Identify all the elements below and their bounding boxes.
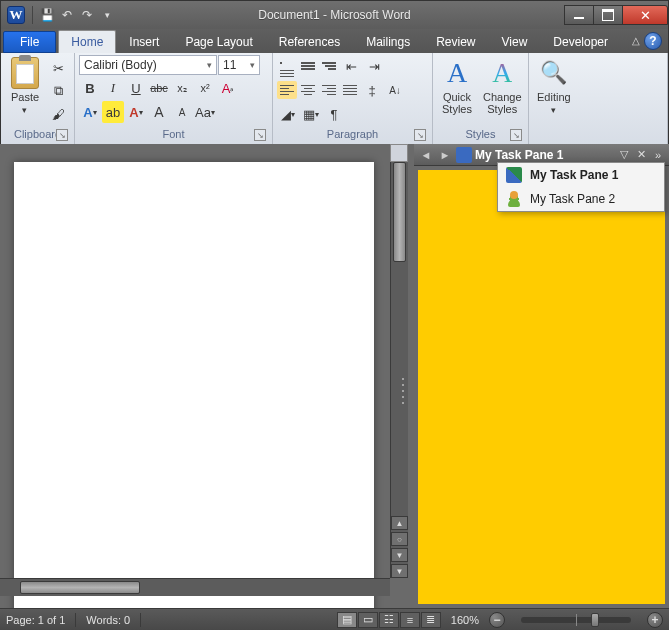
font-dialog-launcher[interactable]: ↘: [254, 129, 266, 141]
maximize-button[interactable]: [593, 5, 623, 25]
font-color-button[interactable]: A▾: [125, 101, 147, 123]
tp-close-icon[interactable]: ✕: [634, 148, 648, 162]
superscript-button[interactable]: x²: [194, 77, 216, 99]
zoom-slider[interactable]: [521, 617, 631, 623]
copy-icon[interactable]: ⧉: [47, 80, 69, 102]
browse-prev-icon[interactable]: ▲: [391, 516, 408, 530]
tp-forward-icon[interactable]: ►: [437, 147, 453, 163]
subscript-button[interactable]: x₂: [171, 77, 193, 99]
align-right-button[interactable]: [319, 81, 339, 99]
align-left-button[interactable]: [277, 81, 297, 99]
format-painter-icon[interactable]: 🖌: [47, 103, 69, 125]
cut-icon[interactable]: ✂: [47, 57, 69, 79]
close-button[interactable]: ✕: [622, 5, 668, 25]
vertical-scrollbar[interactable]: ▲ ○ ▼ ▼: [390, 162, 408, 578]
ribbon: Paste▾ ✂ ⧉ 🖌 Clipboard↘ Calibri (Body)▾ …: [1, 53, 668, 145]
qat-customize-icon[interactable]: ▾: [98, 6, 116, 24]
view-full-screen-icon[interactable]: ▭: [358, 612, 378, 628]
font-family-combo[interactable]: Calibri (Body)▾: [79, 55, 217, 75]
workspace: ▲ ○ ▼ ▼ ◄ ► My Task Pane 1 ▽ ✕ » My Task…: [0, 144, 669, 608]
tp-expand-icon[interactable]: »: [651, 148, 665, 162]
change-styles-button[interactable]: A Change Styles: [479, 55, 526, 117]
minimize-ribbon-icon[interactable]: △: [632, 35, 640, 46]
tp-menu-item-1[interactable]: My Task Pane 1: [498, 163, 664, 187]
editing-button[interactable]: 🔍 Editing▾: [533, 55, 575, 118]
show-hide-button[interactable]: ¶: [323, 103, 345, 125]
tab-insert[interactable]: Insert: [116, 30, 172, 53]
change-case-button[interactable]: Aa▾: [194, 101, 216, 123]
titlebar: W 💾 ↶ ↷ ▾ Document1 - Microsoft Word ✕: [1, 1, 668, 29]
tab-references[interactable]: References: [266, 30, 353, 53]
decrease-indent-button[interactable]: ⇤: [340, 55, 362, 77]
view-outline-icon[interactable]: ≡: [400, 612, 420, 628]
tab-review[interactable]: Review: [423, 30, 488, 53]
zoom-in-button[interactable]: +: [647, 612, 663, 628]
app-icon[interactable]: W: [7, 6, 25, 24]
help-icon[interactable]: ?: [644, 32, 662, 50]
horizontal-scrollbar[interactable]: [0, 578, 390, 596]
numbering-button[interactable]: [298, 57, 318, 75]
align-center-button[interactable]: [298, 81, 318, 99]
view-draft-icon[interactable]: ≣: [421, 612, 441, 628]
tab-mailings[interactable]: Mailings: [353, 30, 423, 53]
browse-object-icon[interactable]: ○: [391, 532, 408, 546]
save-icon[interactable]: 💾: [38, 6, 56, 24]
bold-button[interactable]: B: [79, 77, 101, 99]
group-paragraph: ⇤ ⇥ ‡ A↓ ◢▾ ▦▾ ¶ Paragraph↘: [273, 53, 433, 144]
font-size-combo[interactable]: 11▾: [218, 55, 260, 75]
tp-dropdown-icon[interactable]: ▽: [617, 148, 631, 162]
quick-styles-button[interactable]: A Quick Styles: [437, 55, 477, 117]
shrink-font-button[interactable]: A: [171, 101, 193, 123]
shading-button[interactable]: ◢▾: [277, 103, 299, 125]
clipboard-dialog-launcher[interactable]: ↘: [56, 129, 68, 141]
bullets-button[interactable]: [277, 57, 297, 75]
paste-button[interactable]: Paste▾: [5, 55, 45, 118]
zoom-slider-knob[interactable]: [591, 613, 599, 627]
italic-button[interactable]: I: [102, 77, 124, 99]
group-label-clipboard: Clipboard: [14, 128, 61, 140]
vscroll-down-icon[interactable]: ▼: [391, 564, 408, 578]
zoom-percent[interactable]: 160%: [451, 614, 479, 626]
undo-icon[interactable]: ↶: [58, 6, 76, 24]
tab-developer[interactable]: Developer: [540, 30, 621, 53]
strikethrough-button[interactable]: abc: [148, 77, 170, 99]
ruler-toggle[interactable]: [390, 144, 408, 162]
increase-indent-button[interactable]: ⇥: [363, 55, 385, 77]
browse-next-icon[interactable]: ▼: [391, 548, 408, 562]
tab-view[interactable]: View: [489, 30, 541, 53]
status-page[interactable]: Page: 1 of 1: [6, 614, 65, 626]
task-pane-switcher-menu: My Task Pane 1 My Task Pane 2: [497, 162, 665, 212]
clear-formatting-button[interactable]: Aₐ: [217, 77, 239, 99]
text-effects-button[interactable]: A▾: [79, 101, 101, 123]
ribbon-tabs: File Home Insert Page Layout References …: [1, 29, 668, 53]
view-web-layout-icon[interactable]: ☷: [379, 612, 399, 628]
group-label-styles: Styles: [466, 128, 496, 140]
borders-button[interactable]: ▦▾: [300, 103, 322, 125]
status-words[interactable]: Words: 0: [86, 614, 130, 626]
task-pane-icon: [456, 147, 472, 163]
group-label-editing: [533, 128, 663, 144]
view-print-layout-icon[interactable]: ▤: [337, 612, 357, 628]
justify-button[interactable]: [340, 81, 360, 99]
tp-menu-label-1: My Task Pane 1: [530, 168, 619, 182]
tab-home[interactable]: Home: [58, 30, 116, 53]
styles-dialog-launcher[interactable]: ↘: [510, 129, 522, 141]
tab-page-layout[interactable]: Page Layout: [172, 30, 265, 53]
zoom-out-button[interactable]: −: [489, 612, 505, 628]
page[interactable]: [14, 162, 374, 608]
sort-button[interactable]: A↓: [384, 79, 406, 101]
hscroll-thumb[interactable]: [20, 581, 140, 594]
multilevel-list-button[interactable]: [319, 57, 339, 75]
grow-font-button[interactable]: A: [148, 101, 170, 123]
minimize-button[interactable]: [564, 5, 594, 25]
tp-menu-item-2[interactable]: My Task Pane 2: [498, 187, 664, 211]
tp-back-icon[interactable]: ◄: [418, 147, 434, 163]
vscroll-thumb[interactable]: [393, 162, 406, 262]
line-spacing-button[interactable]: ‡: [361, 79, 383, 101]
tab-file[interactable]: File: [3, 31, 56, 53]
underline-button[interactable]: U: [125, 77, 147, 99]
paragraph-dialog-launcher[interactable]: ↘: [414, 129, 426, 141]
redo-icon[interactable]: ↷: [78, 6, 96, 24]
tp-menu-label-2: My Task Pane 2: [530, 192, 615, 206]
highlight-button[interactable]: ab: [102, 101, 124, 123]
